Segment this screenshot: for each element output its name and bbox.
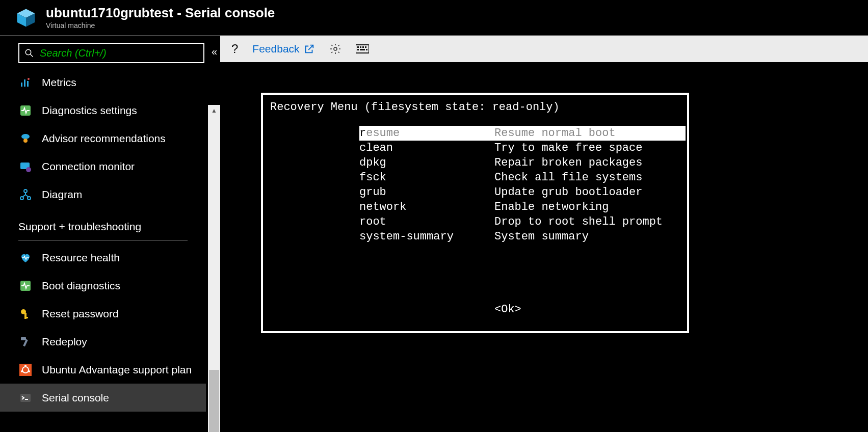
recovery-menu-desc: Drop to root shell prompt	[494, 214, 663, 229]
recovery-menu-key: resume	[359, 126, 494, 141]
recovery-menu-desc: System summary	[494, 229, 589, 244]
terminal-ok[interactable]: <Ok>	[494, 302, 680, 317]
recovery-menu-item[interactable]: fsckCheck all file systems	[359, 170, 686, 185]
svg-rect-7	[27, 81, 29, 87]
sidebar-item-metrics[interactable]: Metrics	[0, 68, 206, 96]
recovery-menu-key: network	[359, 200, 494, 214]
diagnostics-icon	[18, 103, 33, 118]
feedback-link[interactable]: Feedback	[252, 43, 314, 55]
recovery-menu-desc: Check all file systems	[494, 170, 642, 185]
svg-point-11	[23, 139, 28, 143]
sidebar-section-header: Support + troubleshooting	[0, 208, 206, 237]
recovery-menu-key: root	[359, 214, 494, 229]
settings-button[interactable]	[329, 43, 341, 55]
terminal-title: Recovery Menu (filesystem state: read-on…	[270, 100, 680, 115]
page-header: ubuntu1710grubtest - Serial console Virt…	[0, 0, 868, 36]
nav-list: Metrics Diagnostics settings Advisor rec…	[0, 68, 220, 412]
recovery-menu-item[interactable]: networkEnable networking	[359, 200, 686, 214]
page-title: ubuntu1710grubtest - Serial console	[46, 6, 275, 20]
sidebar-item-resource-health[interactable]: Resource health	[0, 244, 206, 272]
recovery-menu-item[interactable]: resumeResume normal boot	[359, 126, 686, 141]
recovery-menu-item[interactable]: system-summarySystem summary	[359, 229, 686, 244]
recovery-menu-key: system-summary	[359, 229, 494, 244]
boot-diagnostics-icon	[18, 279, 33, 293]
recovery-menu-desc: Enable networking	[494, 200, 609, 214]
recovery-menu-key: dpkg	[359, 155, 494, 170]
sidebar-item-ubuntu-advantage[interactable]: Ubuntu Advantage support plan	[0, 356, 206, 384]
recovery-menu-desc: Update grub bootloader	[494, 185, 642, 200]
divider	[18, 240, 188, 240]
help-button[interactable]: ?	[231, 42, 238, 56]
scrollbar-thumb[interactable]	[209, 370, 219, 432]
sidebar-item-label: Metrics	[42, 76, 76, 89]
svg-rect-33	[362, 46, 364, 48]
svg-rect-32	[360, 46, 361, 48]
diagram-icon	[18, 187, 33, 202]
svg-point-3	[25, 49, 31, 55]
svg-line-4	[30, 54, 33, 57]
vm-cube-icon	[15, 7, 37, 29]
terminal-frame: Recovery Menu (filesystem state: read-on…	[261, 93, 689, 333]
sidebar-item-reset-password[interactable]: Reset password	[0, 300, 206, 328]
gear-icon	[329, 43, 341, 55]
svg-rect-34	[365, 46, 366, 48]
svg-rect-31	[357, 46, 359, 48]
recovery-menu-item[interactable]: cleanTry to make free space	[359, 141, 686, 155]
svg-point-10	[21, 134, 30, 139]
serial-console-output[interactable]: Recovery Menu (filesystem state: read-on…	[220, 62, 868, 432]
svg-point-8	[28, 78, 30, 80]
svg-point-14	[24, 190, 27, 193]
main-area: ? Feedback	[220, 36, 868, 432]
sidebar: « Metrics Diagnostics settings	[0, 36, 220, 432]
recovery-menu: resumeResume normal bootcleanTry to make…	[359, 126, 686, 244]
recovery-menu-item[interactable]: dpkgRepair broken packages	[359, 155, 686, 170]
search-icon	[24, 48, 34, 58]
page-subtitle: Virtual machine	[46, 21, 275, 30]
sidebar-item-label: Redeploy	[42, 336, 87, 348]
recovery-menu-desc: Repair broken packages	[494, 155, 642, 170]
sidebar-item-serial-console[interactable]: Serial console	[0, 384, 206, 412]
sidebar-item-diagnostics-settings[interactable]: Diagnostics settings	[0, 96, 206, 124]
svg-rect-28	[20, 394, 31, 402]
sidebar-item-label: Diagnostics settings	[42, 104, 137, 117]
sidebar-item-boot-diagnostics[interactable]: Boot diagnostics	[0, 272, 206, 300]
key-icon	[18, 307, 33, 321]
advisor-icon	[18, 131, 33, 146]
ubuntu-icon	[18, 363, 33, 377]
sidebar-item-label: Reset password	[42, 308, 119, 320]
search-input[interactable]	[40, 47, 198, 59]
search-box[interactable]	[18, 43, 204, 63]
svg-rect-21	[21, 337, 26, 340]
external-link-icon	[304, 43, 315, 55]
recovery-menu-desc: Resume normal boot	[494, 126, 616, 141]
keyboard-button[interactable]	[356, 44, 369, 54]
svg-point-13	[26, 167, 31, 172]
svg-point-27	[21, 370, 23, 372]
sidebar-item-redeploy[interactable]: Redeploy	[0, 328, 206, 356]
sidebar-item-label: Advisor recommendations	[42, 132, 166, 145]
sidebar-item-diagram[interactable]: Diagram	[0, 180, 206, 208]
svg-rect-35	[357, 49, 359, 50]
svg-rect-5	[21, 83, 22, 87]
connection-monitor-icon	[18, 159, 33, 174]
recovery-menu-item[interactable]: grubUpdate grub bootloader	[359, 185, 686, 200]
sidebar-item-label: Resource health	[42, 252, 120, 264]
recovery-menu-key: fsck	[359, 170, 494, 185]
sidebar-item-label: Ubuntu Advantage support plan	[42, 364, 192, 376]
svg-rect-37	[366, 49, 367, 50]
scroll-up-arrow-icon[interactable]: ▲	[208, 105, 220, 116]
sidebar-item-connection-monitor[interactable]: Connection monitor	[0, 152, 206, 180]
recovery-menu-desc: Try to make free space	[494, 141, 642, 155]
recovery-menu-item[interactable]: rootDrop to root shell prompt	[359, 214, 686, 229]
sidebar-item-advisor[interactable]: Advisor recommendations	[0, 124, 206, 152]
collapse-sidebar-button[interactable]: «	[212, 46, 217, 58]
svg-point-26	[28, 370, 30, 372]
sidebar-item-label: Boot diagnostics	[42, 280, 120, 292]
svg-point-25	[24, 365, 27, 367]
toolbar: ? Feedback	[220, 36, 868, 62]
metrics-icon	[18, 75, 33, 90]
feedback-label: Feedback	[252, 43, 299, 55]
svg-rect-36	[360, 49, 365, 50]
sidebar-scrollbar[interactable]: ▲	[208, 105, 220, 432]
svg-rect-6	[24, 79, 25, 87]
